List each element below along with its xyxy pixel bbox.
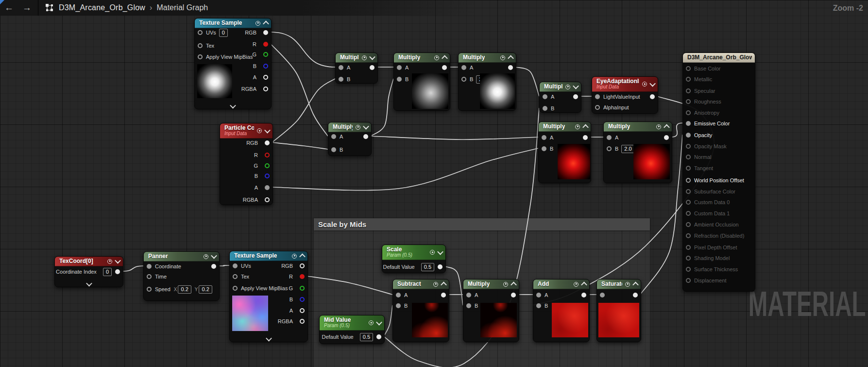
preview-toggle-icon[interactable] bbox=[356, 125, 360, 130]
scale-param-header[interactable]: ScaleParam (0.5) bbox=[382, 245, 445, 260]
chevron-down-icon[interactable] bbox=[363, 123, 369, 130]
chevron-up-icon[interactable] bbox=[664, 124, 670, 131]
multiply-1-pin-out[interactable] bbox=[370, 65, 374, 70]
subtract-header[interactable]: Subtract bbox=[393, 280, 449, 289]
multiply-5-pin-B[interactable] bbox=[331, 147, 336, 152]
chevron-down-icon[interactable] bbox=[211, 253, 217, 259]
texture-sample-bottom-pin-A[interactable] bbox=[300, 308, 305, 313]
mid-value-param-header[interactable]: Mid ValueParam (0.5) bbox=[320, 315, 384, 331]
multiply-1-header[interactable]: Multiply bbox=[336, 53, 377, 63]
saturate[interactable]: Saturate bbox=[596, 279, 641, 342]
panner-header[interactable]: Panner bbox=[144, 252, 219, 262]
preview-toggle-icon[interactable] bbox=[434, 55, 439, 60]
preview-toggle-icon[interactable] bbox=[257, 128, 262, 133]
breadcrumb-asset-name[interactable]: D3M_Arcane_Orb_Glow bbox=[59, 3, 145, 12]
material-output-pin-Refraction (Disabled)[interactable] bbox=[686, 233, 691, 238]
multiply-4[interactable]: MultiplyAB bbox=[539, 82, 581, 113]
mid-value-param-pin-Default Value[interactable] bbox=[376, 334, 381, 339]
material-output-pin-Displacement[interactable] bbox=[686, 278, 691, 283]
chevron-down-icon[interactable] bbox=[264, 127, 271, 133]
multiply-4-pin-out[interactable] bbox=[573, 94, 578, 99]
preview-toggle-icon[interactable] bbox=[362, 55, 367, 60]
particle-color-pin-RGBA[interactable] bbox=[265, 197, 270, 202]
multiply-6-header[interactable]: Multiply bbox=[539, 122, 591, 132]
mid-value-param-value-box[interactable]: 0.5 bbox=[360, 333, 373, 341]
material-output-header[interactable]: D3M_Arcane_Orb_Glow bbox=[683, 53, 755, 63]
multiply-6-pin-out[interactable] bbox=[583, 135, 588, 140]
scale-param[interactable]: ScaleParam (0.5)Default Value0.5 bbox=[382, 245, 446, 273]
texture-sample-top-pin-B[interactable] bbox=[263, 64, 268, 69]
multiply-2-header[interactable]: Multiply bbox=[394, 53, 450, 63]
multiply-3[interactable]: MultiplyAB2.0 bbox=[458, 52, 516, 111]
chevron-down-icon[interactable] bbox=[649, 80, 656, 87]
chevron-up-icon[interactable] bbox=[581, 282, 587, 288]
multiply-2-pin-B[interactable] bbox=[397, 77, 402, 82]
chevron-down-icon[interactable] bbox=[437, 248, 443, 255]
subtract[interactable]: SubtractAB bbox=[392, 279, 449, 342]
multiply-7[interactable]: MultiplyAB2.0 bbox=[603, 122, 672, 183]
material-output-pin-Ambient Occlusion[interactable] bbox=[686, 222, 691, 227]
multiply-7-header[interactable]: Multiply bbox=[604, 122, 672, 132]
preview-toggle-icon[interactable] bbox=[255, 21, 260, 26]
particle-color-pin-A[interactable] bbox=[265, 185, 270, 190]
multiply-4-pin-B[interactable] bbox=[543, 106, 547, 111]
chevron-up-icon[interactable] bbox=[441, 282, 447, 288]
multiply-8[interactable]: MultiplyAB bbox=[463, 279, 519, 342]
chevron-up-icon[interactable] bbox=[299, 254, 306, 260]
chevron-up-icon[interactable] bbox=[582, 124, 589, 131]
texture-sample-top-expander[interactable] bbox=[195, 104, 271, 108]
multiply-1[interactable]: MultiplyAB bbox=[335, 52, 378, 84]
multiply-8-pin-B[interactable] bbox=[466, 303, 471, 308]
texture-sample-top-pin-RGB[interactable] bbox=[263, 30, 268, 35]
multiply-2-pin-out[interactable] bbox=[442, 65, 447, 70]
chevron-up-icon[interactable] bbox=[263, 21, 269, 27]
texcoord-0-value-box[interactable]: 0 bbox=[103, 268, 112, 276]
particle-color-pin-G[interactable] bbox=[265, 163, 270, 168]
preview-toggle-icon[interactable] bbox=[656, 124, 661, 129]
multiply-5-pin-out[interactable] bbox=[363, 134, 368, 139]
texcoord-0-header[interactable]: TexCoord[0] bbox=[55, 257, 123, 266]
add-pin-B[interactable] bbox=[536, 303, 541, 308]
multiply-3-pin-out[interactable] bbox=[508, 65, 513, 70]
add[interactable]: AddAB bbox=[533, 279, 590, 342]
particle-color[interactable]: Particle ColorInput DataRGBRGBARGBA bbox=[220, 123, 273, 205]
panner-value-box[interactable]: 0.2 bbox=[178, 285, 191, 294]
saturate-header[interactable]: Saturate bbox=[597, 280, 641, 289]
forward-button[interactable]: → bbox=[18, 0, 36, 16]
multiply-8-header[interactable]: Multiply bbox=[463, 280, 519, 289]
particle-color-pin-R[interactable] bbox=[265, 153, 270, 157]
preview-toggle-icon[interactable] bbox=[565, 85, 570, 89]
chevron-down-icon[interactable] bbox=[573, 83, 579, 89]
chevron-down-icon[interactable] bbox=[115, 258, 121, 264]
eye-adaptation-inverse-pin-out[interactable] bbox=[650, 94, 655, 99]
panner-pin-Time[interactable] bbox=[147, 274, 152, 279]
texture-sample-bottom-pin-RGB[interactable] bbox=[300, 263, 305, 268]
eye-adaptation-inverse-pin-AlphaInput[interactable] bbox=[595, 105, 600, 110]
texture-sample-top-pin-A[interactable] bbox=[263, 75, 268, 80]
material-output-pin-Shading Model[interactable] bbox=[686, 256, 691, 261]
preview-toggle-icon[interactable] bbox=[642, 82, 647, 87]
texture-sample-top-pin-G[interactable] bbox=[263, 52, 268, 57]
eye-adaptation-inverse[interactable]: EyeAdaptationInverseInput DataLightValue… bbox=[592, 76, 658, 114]
add-header[interactable]: Add bbox=[533, 280, 589, 289]
subtract-pin-out[interactable] bbox=[441, 293, 446, 297]
preview-toggle-icon[interactable] bbox=[369, 320, 374, 325]
particle-color-pin-B[interactable] bbox=[265, 174, 270, 178]
multiply-3-pin-B[interactable] bbox=[461, 77, 466, 82]
texcoord-0[interactable]: TexCoord[0]Coordinate Index0 bbox=[54, 256, 123, 287]
material-output-pin-Anisotropy[interactable] bbox=[686, 110, 691, 115]
chevron-up-icon[interactable] bbox=[511, 282, 517, 288]
multiply-5[interactable]: MultiplyAB bbox=[328, 122, 372, 156]
texture-sample-top-pin-R[interactable] bbox=[263, 42, 268, 47]
add-pin-out[interactable] bbox=[581, 293, 586, 297]
preview-toggle-icon[interactable] bbox=[433, 282, 438, 287]
multiply-2[interactable]: MultiplyAB bbox=[393, 52, 450, 111]
multiply-7-value-box[interactable]: 2.0 bbox=[621, 145, 634, 153]
multiply-4-header[interactable]: Multiply bbox=[540, 82, 581, 92]
preview-toggle-icon[interactable] bbox=[430, 250, 435, 255]
particle-color-header[interactable]: Particle ColorInput Data bbox=[220, 123, 272, 139]
material-output-pin-Normal[interactable] bbox=[686, 155, 691, 159]
scale-param-pin-Default Value[interactable] bbox=[438, 264, 443, 269]
material-output-pin-Base Color[interactable] bbox=[686, 66, 691, 71]
mid-value-param[interactable]: Mid ValueParam (0.5)Default Value0.5 bbox=[319, 315, 385, 344]
